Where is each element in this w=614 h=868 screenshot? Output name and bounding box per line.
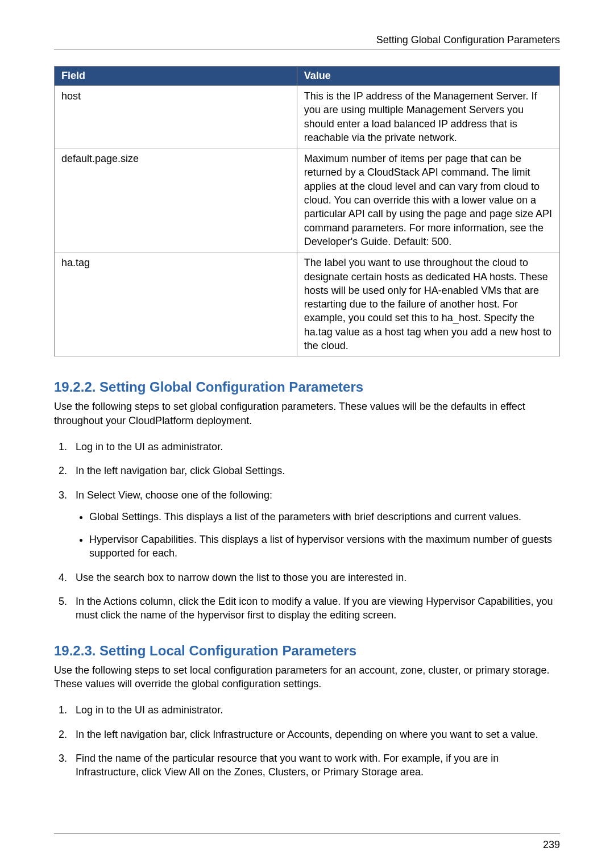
table-row: host This is the IP address of the Manag… — [55, 86, 560, 148]
list-item: Log in to the UI as administrator. — [70, 440, 560, 454]
list-item: In Select View, choose one of the follow… — [70, 488, 560, 560]
cell-value: The label you want to use throughout the… — [297, 252, 559, 356]
list-item: Log in to the UI as administrator. — [70, 703, 560, 717]
footer-rule — [54, 833, 560, 834]
cell-value: Maximum number of items per page that ca… — [297, 148, 559, 252]
steps-global: Log in to the UI as administrator. In th… — [54, 440, 560, 622]
table-row: default.page.size Maximum number of item… — [55, 148, 560, 252]
cell-field: ha.tag — [55, 252, 297, 356]
config-table: Field Value host This is the IP address … — [54, 66, 560, 356]
column-header-value: Value — [297, 67, 559, 86]
section-title-local: 19.2.3. Setting Local Configuration Para… — [54, 643, 560, 659]
list-item: Find the name of the particular resource… — [70, 751, 560, 779]
steps-local: Log in to the UI as administrator. In th… — [54, 703, 560, 779]
page-number: 239 — [543, 839, 560, 851]
cell-field: host — [55, 86, 297, 148]
running-header: Setting Global Configuration Parameters — [54, 34, 560, 46]
list-item-text: In Select View, choose one of the follow… — [76, 489, 272, 501]
list-item: In the Actions column, click the Edit ic… — [70, 595, 560, 622]
cell-value: This is the IP address of the Management… — [297, 86, 559, 148]
section-intro-local: Use the following steps to set local con… — [54, 663, 560, 691]
list-item: Use the search box to narrow down the li… — [70, 571, 560, 584]
list-item: In the left navigation bar, click Global… — [70, 464, 560, 477]
list-item: Hypervisor Capabilities. This displays a… — [89, 533, 560, 560]
list-item: Global Settings. This displays a list of… — [89, 510, 560, 524]
cell-field: default.page.size — [55, 148, 297, 252]
header-rule — [54, 49, 560, 50]
section-intro-global: Use the following steps to set global co… — [54, 400, 560, 427]
section-title-global: 19.2.2. Setting Global Configuration Par… — [54, 379, 560, 395]
column-header-field: Field — [55, 67, 297, 86]
sub-bullets: Global Settings. This displays a list of… — [76, 510, 560, 560]
list-item: In the left navigation bar, click Infras… — [70, 728, 560, 741]
table-row: ha.tag The label you want to use through… — [55, 252, 560, 356]
